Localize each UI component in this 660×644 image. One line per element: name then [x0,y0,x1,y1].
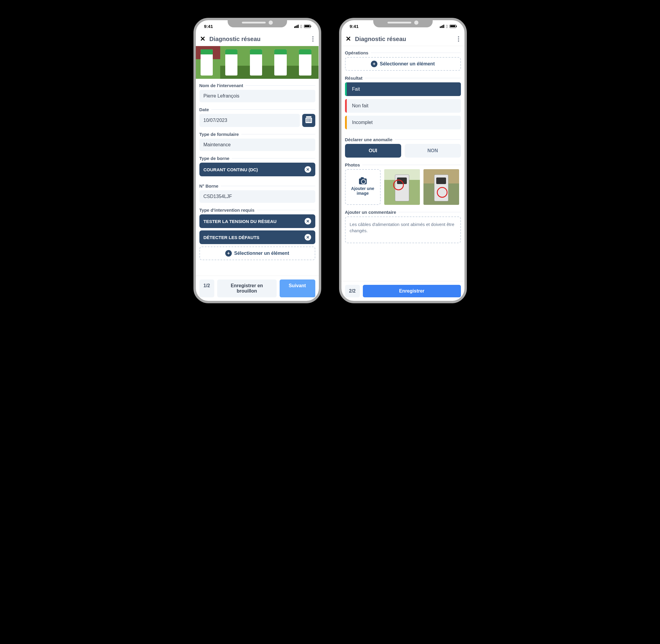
status-bar: 9:41 􀙇 [341,20,465,32]
page-title: Diagnostic réseau [210,36,307,43]
battery-icon [304,25,310,28]
camera-icon [359,178,367,184]
intervention-chip-2[interactable]: DÉTECTER LES DÉFAUTS ✕ [199,230,315,244]
wifi-icon: 􀙇 [301,24,302,29]
more-menu-icon[interactable] [311,35,315,43]
intervtype-label: Type d'intervention requis [199,208,255,213]
bornetype-chip[interactable]: COURANT CONTINU (DC) ✕ [199,163,315,176]
result-edge-indicator [345,82,347,96]
add-photo-button[interactable]: Ajouter une image [345,169,381,205]
anomaly-label: Déclarer une anomalie [345,137,393,142]
save-button[interactable]: Enregistrer [363,285,461,297]
next-button[interactable]: Suivant [280,279,315,297]
signal-icon [440,25,444,28]
calendar-button[interactable] [302,114,315,127]
date-label: Date [199,107,209,112]
formtype-field[interactable]: Maintenance [199,139,315,151]
remove-chip-icon[interactable]: ✕ [305,234,311,240]
result-option-0[interactable]: Fait [345,82,461,96]
save-draft-button[interactable]: Enregistrer en brouillon [217,279,277,297]
footer-bar: 2/2 Enregistrer [341,281,465,301]
photo-thumbnail-2[interactable] [423,169,459,205]
wifi-icon: 􀙇 [446,24,448,29]
notch [373,18,433,27]
result-option-2[interactable]: Incomplet [345,116,461,129]
formtype-label: Type de formulaire [199,132,239,137]
status-bar: 9:41 􀙇 [196,20,319,32]
add-operation-button[interactable]: + Sélectionner un élément [345,57,461,71]
close-icon[interactable]: ✕ [200,35,205,43]
bornenum-field[interactable]: CSD1354LJF [199,190,315,203]
page-indicator: 2/2 [345,285,360,297]
notch [228,18,287,27]
status-time: 9:41 [350,24,359,29]
anomaly-yes-button[interactable]: OUI [345,144,401,158]
remove-chip-icon[interactable]: ✕ [305,218,311,225]
app-bar: ✕ Diagnostic réseau [341,32,465,46]
plus-icon: + [371,61,377,67]
result-label: Résultat [345,75,362,80]
banner-image-strip [196,46,319,79]
intervention-chip-1[interactable]: TESTER LA TENSION DU RÉSEAU ✕ [199,214,315,228]
bornetype-label: Type de borne [199,156,229,161]
result-option-1[interactable]: Non fait [345,99,461,113]
operations-label: Opérations [345,50,369,55]
status-time: 9:41 [204,24,213,29]
result-option-label: Incomplet [352,120,373,125]
more-menu-icon[interactable] [457,35,460,43]
signal-icon [294,25,299,28]
phone-screen-1: 9:41 􀙇 ✕ Diagnostic réseau Nom de l'inte… [193,18,321,303]
remove-chip-icon[interactable]: ✕ [305,166,311,173]
comment-label: Ajouter un commentaire [345,210,396,215]
status-icons: 􀙇 [294,24,310,29]
close-icon[interactable]: ✕ [346,35,351,43]
phone-screen-2: 9:41 􀙇 ✕ Diagnostic réseau Opérations + … [339,18,467,303]
status-icons: 􀙇 [440,24,456,29]
intervenant-field[interactable]: Pierre Lefrançois [199,90,315,102]
bornenum-label: N° Borne [199,183,218,188]
plus-icon: + [225,250,232,257]
photos-label: Photos [345,162,360,167]
form-content: Opérations + Sélectionner un élément Rés… [341,46,465,281]
calendar-icon [305,118,312,123]
page-indicator: 1/2 [199,279,214,297]
add-intervention-button[interactable]: + Sélectionner un élément [199,247,315,260]
form-content: Nom de l'intervenant Pierre Lefrançois D… [196,46,319,276]
result-option-label: Fait [352,87,360,92]
intervenant-label: Nom de l'intervenant [199,83,243,88]
app-bar: ✕ Diagnostic réseau [196,32,319,46]
photo-thumbnail-1[interactable] [384,169,420,205]
result-edge-indicator [345,116,347,129]
result-option-label: Non fait [352,103,369,108]
date-field[interactable]: 10/07/2023 [199,114,300,127]
page-title: Diagnostic réseau [355,36,453,43]
comment-textarea[interactable]: Les câbles d'alimentation sont abimés et… [345,216,461,243]
battery-icon [450,25,456,28]
footer-bar: 1/2 Enregistrer en brouillon Suivant [196,276,319,301]
result-edge-indicator [345,99,347,113]
anomaly-no-button[interactable]: NON [405,144,461,158]
